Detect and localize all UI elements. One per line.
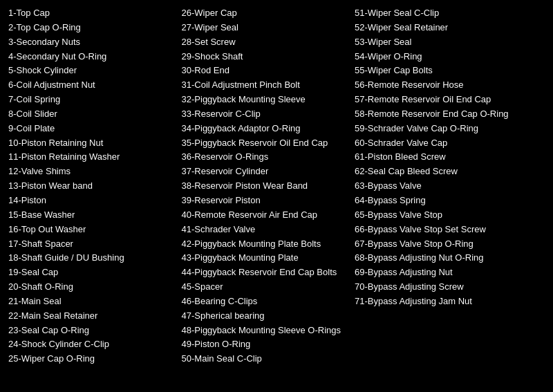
- list-item: 49-Piston O-Ring: [182, 338, 350, 351]
- list-item: 30-Rod End: [182, 64, 350, 77]
- list-item: 71-Bypass Adjusting Jam Nut: [355, 295, 545, 308]
- column-1: 1-Top Cap2-Top Cap O-Ring3-Secondary Nut…: [8, 7, 182, 366]
- list-item: 2-Top Cap O-Ring: [8, 21, 176, 35]
- list-item: 20-Shaft O-Ring: [8, 281, 176, 294]
- list-item: 39-Reservoir Piston: [182, 194, 350, 207]
- list-item: 16-Top Out Washer: [8, 223, 176, 236]
- list-item: 22-Main Seal Retainer: [8, 310, 176, 323]
- list-item: 32-Piggyback Mounting Sleeve: [182, 93, 350, 106]
- list-item: 8-Coil Slider: [8, 108, 176, 121]
- list-item: 40-Remote Reservoir Air End Cap: [182, 209, 350, 222]
- list-item: 4-Secondary Nut O-Ring: [8, 50, 176, 64]
- list-item: 46-Bearing C-Clips: [182, 295, 350, 308]
- list-item: 1-Top Cap: [8, 7, 176, 20]
- list-item: 29-Shock Shaft: [182, 50, 350, 64]
- list-item: 58-Remote Reservoir End Cap O-Ring: [355, 108, 545, 121]
- list-item: 14-Piston: [8, 194, 176, 207]
- list-item: 59-Schrader Valve Cap O-Ring: [355, 122, 545, 136]
- list-item: 43-Piggyback Mounting Plate: [182, 252, 350, 265]
- list-item: 48-Piggyback Mounting Sleeve O-Rings: [182, 324, 350, 337]
- list-item: 5-Shock Cylinder: [8, 64, 176, 77]
- list-item: 60-Schrader Valve Cap: [355, 137, 545, 150]
- list-item: 25-Wiper Cap O-Ring: [8, 353, 176, 366]
- list-item: 42-Piggyback Mounting Plate Bolts: [182, 238, 350, 251]
- list-item: 9-Coil Plate: [8, 122, 176, 136]
- list-item: 47-Spherical bearing: [182, 310, 350, 323]
- list-item: 70-Bypass Adjusting Screw: [355, 281, 545, 294]
- list-item: 6-Coil Adjustment Nut: [8, 79, 176, 92]
- list-item: 62-Seal Cap Bleed Screw: [355, 165, 545, 178]
- list-item: 33-Reservoir C-Clip: [182, 108, 350, 121]
- list-item: 12-Valve Shims: [8, 165, 176, 178]
- list-item: 13-Piston Wear band: [8, 180, 176, 193]
- list-item: 24-Shock Cylinder C-Clip: [8, 338, 176, 351]
- list-item: 34-Piggyback Adaptor O-Ring: [182, 122, 350, 136]
- list-item: 19-Seal Cap: [8, 266, 176, 279]
- column-2: 26-Wiper Cap27-Wiper Seal28-Set Screw29-…: [182, 7, 355, 366]
- list-item: 28-Set Screw: [182, 36, 350, 49]
- list-item: 65-Bypass Valve Stop: [355, 209, 545, 222]
- list-item: 35-Piggyback Reservoir Oil End Cap: [182, 137, 350, 150]
- list-item: 10-Piston Retaining Nut: [8, 137, 176, 150]
- list-item: 54-Wiper O-Ring: [355, 50, 545, 64]
- list-item: 23-Seal Cap O-Ring: [8, 324, 176, 337]
- list-item: 11-Piston Retaining Washer: [8, 151, 176, 164]
- list-item: 57-Remote Reservoir Oil End Cap: [355, 93, 545, 106]
- list-item: 7-Coil Spring: [8, 93, 176, 106]
- list-item: 69-Bypass Adjusting Nut: [355, 266, 545, 279]
- list-item: 31-Coil Adjustment Pinch Bolt: [182, 79, 350, 92]
- list-item: 53-Wiper Seal: [355, 36, 545, 49]
- list-item: 67-Bypass Valve Stop O-Ring: [355, 238, 545, 251]
- list-item: 61-Piston Bleed Screw: [355, 151, 545, 164]
- list-item: 38-Reservoir Piston Wear Band: [182, 180, 350, 193]
- list-item: 44-Piggyback Reservoir End Cap Bolts: [182, 266, 350, 279]
- parts-list: 1-Top Cap2-Top Cap O-Ring3-Secondary Nut…: [8, 7, 545, 366]
- list-item: 27-Wiper Seal: [182, 21, 350, 35]
- list-item: 64-Bypass Spring: [355, 194, 545, 207]
- list-item: 56-Remote Reservoir Hose: [355, 79, 545, 92]
- list-item: 50-Main Seal C-Clip: [182, 353, 350, 366]
- list-item: 15-Base Washer: [8, 209, 176, 222]
- list-item: 3-Secondary Nuts: [8, 36, 176, 49]
- list-item: 55-Wiper Cap Bolts: [355, 64, 545, 77]
- list-item: 17-Shaft Spacer: [8, 238, 176, 251]
- list-item: 51-Wiper Seal C-Clip: [355, 7, 545, 20]
- list-item: 37-Reservoir Cylinder: [182, 165, 350, 178]
- list-item: 63-Bypass Valve: [355, 180, 545, 193]
- list-item: 36-Reservoir O-Rings: [182, 151, 350, 164]
- list-item: 66-Bypass Valve Stop Set Screw: [355, 223, 545, 236]
- column-3: 51-Wiper Seal C-Clip52-Wiper Seal Retain…: [355, 7, 545, 366]
- list-item: 68-Bypass Adjusting Nut O-Ring: [355, 252, 545, 265]
- list-item: 52-Wiper Seal Retainer: [355, 21, 545, 35]
- list-item: 18-Shaft Guide / DU Bushing: [8, 252, 176, 265]
- list-item: 26-Wiper Cap: [182, 7, 350, 20]
- list-item: 21-Main Seal: [8, 295, 176, 308]
- list-item: 41-Schrader Valve: [182, 223, 350, 236]
- list-item: 45-Spacer: [182, 281, 350, 294]
